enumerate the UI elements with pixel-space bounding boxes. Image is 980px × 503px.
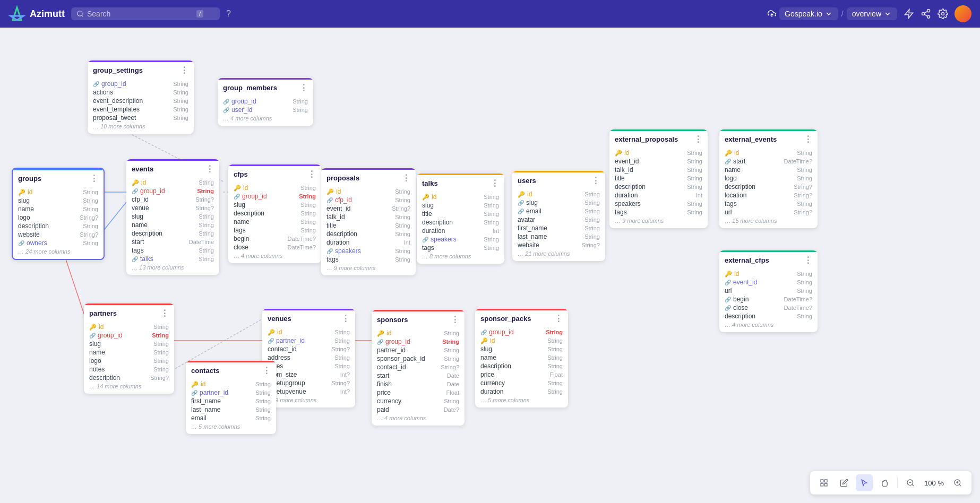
zoom-out-button[interactable] [902, 474, 919, 491]
table-menu[interactable]: ⋮ [804, 134, 812, 144]
zoom-in-button[interactable] [949, 474, 966, 491]
table-menu[interactable]: ⋮ [299, 83, 308, 93]
table-row: priceFloat [372, 388, 465, 397]
svg-rect-25 [824, 483, 827, 486]
table-group-settings: group_settings ⋮ 🔗 group_id String actio… [88, 60, 194, 134]
table-contacts: contacts ⋮ 🔑 idString 🔗 partner_idString… [186, 361, 276, 434]
logo-icon [8, 5, 25, 22]
more-cols: … 9 more columns [262, 396, 355, 404]
table-row: descriptionString [719, 312, 818, 320]
table-menu[interactable]: ⋮ [205, 164, 214, 174]
table-row: addressString [262, 353, 355, 362]
table-row: descriptionString [126, 229, 219, 238]
table-row: nameString [228, 218, 321, 226]
more-cols: … 4 more columns [228, 252, 321, 260]
table-proposals: proposals ⋮ 🔑 idString 🔗 cfp_idString ev… [321, 168, 416, 275]
edit-button[interactable] [836, 474, 853, 491]
table-menu[interactable]: ⋮ [491, 178, 499, 188]
view-name: overview [852, 10, 881, 18]
table-row: 🔗 speakersString [321, 247, 416, 255]
view-selector[interactable]: overview [847, 7, 897, 20]
table-row: 🔑 idString [321, 187, 416, 196]
help-button[interactable]: ? [226, 9, 231, 19]
table-menu[interactable]: ⋮ [90, 174, 98, 184]
table-menu[interactable]: ⋮ [591, 176, 600, 186]
table-row: tagsString [126, 246, 219, 255]
project-selector[interactable]: Gospeak.io [779, 7, 838, 20]
table-menu[interactable]: ⋮ [804, 255, 812, 265]
table-row: startDateTime [126, 238, 219, 246]
table-row: descriptionString? [84, 374, 174, 382]
table-sponsor-packs: sponsor_packs ⋮ 🔗 group_idString 🔑 idStr… [475, 309, 568, 407]
table-row: tagsString [417, 244, 504, 252]
table-menu[interactable]: ⋮ [402, 173, 410, 183]
table-row: nameString [126, 221, 219, 229]
table-menu[interactable]: ⋮ [451, 315, 459, 325]
table-events: events ⋮ 🔑 idString 🔗 group_idString cfp… [126, 159, 219, 275]
table-row: slugString [13, 196, 104, 205]
table-row: slugString [475, 345, 568, 353]
table-menu[interactable]: ⋮ [180, 65, 188, 75]
table-row: logoString? [13, 213, 104, 222]
table-name: venues [268, 315, 291, 323]
fit-view-button[interactable] [815, 474, 832, 491]
search-input[interactable] [87, 10, 193, 18]
search-bar[interactable]: / [71, 7, 220, 20]
canvas-inner: group_settings ⋮ 🔗 group_id String actio… [0, 28, 980, 503]
table-row: tagsString [228, 226, 321, 235]
table-menu[interactable]: ⋮ [307, 169, 316, 179]
more-cols: … 4 more columns [372, 414, 465, 422]
upload-icon [768, 10, 776, 18]
cursor-button[interactable] [856, 474, 873, 491]
table-row: 🔑 idString [228, 184, 321, 192]
table-external-proposals: external_proposals ⋮ 🔑 idString event_id… [609, 129, 708, 228]
table-row: paidDate? [372, 405, 465, 414]
hand-button[interactable] [876, 474, 893, 491]
table-row: websiteString? [512, 241, 605, 249]
table-row: 🔗 partner_idString [186, 388, 276, 397]
table-menu[interactable]: ⋮ [694, 134, 702, 144]
more-cols: … 5 more columns [186, 422, 276, 431]
table-row: slugString [84, 340, 174, 348]
canvas[interactable]: group_settings ⋮ 🔗 group_id String actio… [0, 28, 980, 503]
table-menu[interactable]: ⋮ [554, 314, 563, 324]
svg-rect-26 [821, 483, 823, 486]
table-row: closeDateTime? [228, 243, 321, 252]
link-icon: 🔗 [93, 81, 99, 87]
table-row: 🔑 idString [372, 329, 465, 337]
table-row: contact_idString? [372, 363, 465, 371]
table-row: 🔗 group_idString [84, 331, 174, 340]
table-row: descriptionString [228, 209, 321, 218]
table-row: first_nameString [512, 224, 605, 232]
table-row: 🔑 idString [262, 328, 355, 336]
table-name: events [132, 165, 153, 173]
table-row: 🔗 emailString [512, 207, 605, 215]
user-avatar[interactable] [955, 5, 972, 22]
settings-icon[interactable] [938, 8, 948, 19]
flash-icon[interactable] [904, 8, 914, 19]
table-row: nameString [475, 353, 568, 362]
table-name: external_events [725, 135, 777, 143]
table-row: notesString [262, 362, 355, 370]
table-row: contact_idString? [262, 345, 355, 353]
bottom-toolbar: 100 % [810, 471, 972, 495]
table-venues: venues ⋮ 🔑 idString 🔗 partner_idString c… [262, 309, 355, 407]
table-row: talk_idString [321, 213, 416, 221]
table-row: 🔑 idString [126, 178, 219, 187]
table-row: last_nameString [186, 405, 276, 414]
table-row: nameString [13, 205, 104, 213]
more-cols: … 10 more columns [88, 122, 194, 131]
project-name: Gospeak.io [785, 10, 822, 18]
table-row: 🔑 idString [719, 270, 818, 278]
table-menu[interactable]: ⋮ [341, 314, 350, 324]
table-row: 🔗 user_id String [218, 106, 313, 114]
share-icon[interactable] [921, 8, 931, 19]
svg-line-3 [82, 15, 83, 17]
table-menu[interactable]: ⋮ [262, 366, 271, 376]
table-name: group_members [223, 84, 277, 92]
table-row: 🔗 group_id String [218, 97, 313, 106]
table-row: 🔗 talksString [126, 255, 219, 263]
table-menu[interactable]: ⋮ [160, 308, 169, 318]
table-talks: talks ⋮ 🔑 idString slugString titleStrin… [417, 174, 504, 264]
svg-line-28 [912, 484, 914, 486]
